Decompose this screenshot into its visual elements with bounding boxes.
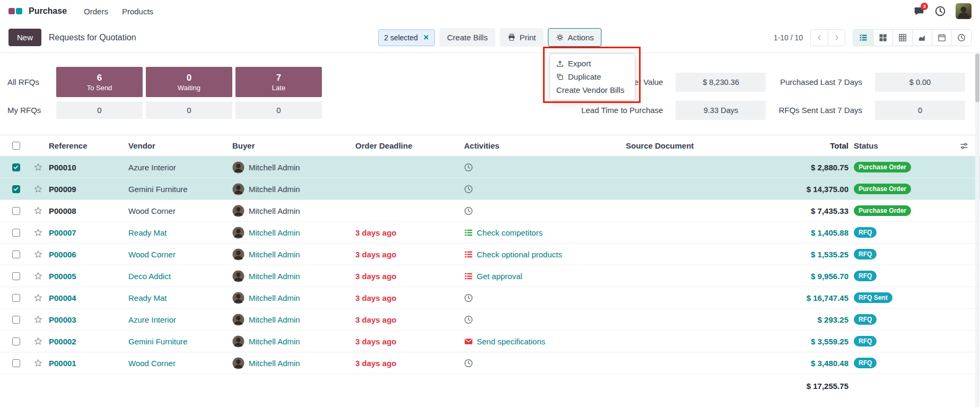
row-select-cell[interactable] [4, 163, 28, 171]
row-checkbox[interactable] [12, 337, 20, 345]
rfq-counter-waiting[interactable]: 0Waiting [146, 67, 232, 97]
row-checkbox[interactable] [12, 207, 20, 215]
scrollbar-track[interactable] [975, 54, 979, 407]
activity-cell[interactable] [464, 185, 626, 194]
view-calendar-button[interactable] [932, 30, 951, 46]
activity-clock-icon[interactable] [934, 5, 946, 17]
table-row[interactable]: P00008Wood CornerMitchell Admin$ 7,435.3… [0, 200, 980, 222]
table-row[interactable]: P00004Ready MatMitchell Admin3 days ago$… [0, 287, 980, 309]
row-checkbox[interactable] [12, 163, 20, 171]
vendor-cell[interactable]: Ready Mat [128, 293, 232, 302]
row-select-cell[interactable] [4, 250, 28, 258]
row-favorite[interactable] [28, 336, 49, 346]
activity-cell[interactable] [464, 315, 626, 324]
select-all-checkbox[interactable] [12, 142, 20, 150]
activity-cell[interactable]: Check competitors [464, 228, 626, 237]
buyer-cell[interactable]: Mitchell Admin [232, 357, 355, 369]
reference-cell[interactable]: P00002 [49, 337, 128, 346]
view-kanban-button[interactable] [873, 30, 892, 46]
pager-next-button[interactable] [828, 30, 845, 46]
buyer-cell[interactable]: Mitchell Admin [232, 292, 355, 304]
buyer-cell[interactable]: Mitchell Admin [232, 205, 355, 217]
table-row[interactable]: P00007Ready MatMitchell Admin3 days agoC… [0, 222, 980, 244]
reference-cell[interactable]: P00006 [49, 250, 128, 259]
activity-cell[interactable] [464, 359, 626, 368]
row-select-cell[interactable] [4, 207, 28, 215]
view-list-button[interactable] [853, 30, 873, 46]
header-source-document[interactable]: Source Document [626, 141, 798, 150]
vendor-cell[interactable]: Gemini Furniture [128, 185, 232, 194]
buyer-cell[interactable]: Mitchell Admin [232, 270, 355, 282]
reference-cell[interactable]: P00008 [49, 206, 128, 215]
row-checkbox[interactable] [12, 316, 20, 324]
header-status[interactable]: Status [848, 141, 952, 150]
row-checkbox[interactable] [12, 250, 20, 258]
menu-item-export[interactable]: Export [550, 57, 635, 70]
my-rfq-counter-0[interactable]: 0 [56, 101, 143, 119]
header-order-deadline[interactable]: Order Deadline [355, 141, 464, 150]
row-favorite[interactable] [28, 184, 49, 194]
activity-cell[interactable] [464, 206, 626, 215]
rfq-counter-to-send[interactable]: 6To Send [56, 67, 143, 97]
row-select-cell[interactable] [4, 185, 28, 193]
activity-cell[interactable] [464, 293, 626, 302]
vendor-cell[interactable]: Wood Corner [128, 359, 232, 368]
menu-orders[interactable]: Orders [84, 7, 108, 16]
header-activities[interactable]: Activities [464, 141, 626, 150]
row-checkbox[interactable] [12, 272, 20, 280]
header-total[interactable]: Total [798, 141, 848, 150]
print-button[interactable]: Print [500, 28, 544, 47]
buyer-cell[interactable]: Mitchell Admin [232, 335, 355, 348]
buyer-cell[interactable]: Mitchell Admin [232, 248, 355, 261]
rfq-counter-late[interactable]: 7Late [235, 67, 322, 97]
row-select-cell[interactable] [4, 337, 28, 345]
optional-columns-icon[interactable] [952, 142, 976, 150]
my-rfq-counter-2[interactable]: 0 [235, 101, 322, 119]
table-row[interactable]: P00010Azure InteriorMitchell Admin$ 2,88… [0, 157, 980, 178]
header-reference[interactable]: Reference [49, 141, 128, 150]
menu-item-create-vendor-bills[interactable]: Create Vendor Bills [550, 83, 635, 97]
activity-cell[interactable] [464, 163, 626, 172]
vendor-cell[interactable]: Deco Addict [128, 272, 232, 281]
my-rfq-counter-1[interactable]: 0 [146, 101, 232, 119]
table-row[interactable]: P00002Gemini FurnitureMitchell Admin3 da… [0, 331, 980, 352]
row-favorite[interactable] [28, 249, 49, 259]
row-favorite[interactable] [28, 315, 49, 324]
vendor-cell[interactable]: Azure Interior [128, 163, 232, 172]
buyer-cell[interactable]: Mitchell Admin [232, 227, 355, 239]
scrollbar-thumb[interactable] [975, 54, 979, 102]
reference-cell[interactable]: P00009 [49, 185, 128, 194]
row-select-cell[interactable] [4, 272, 28, 280]
app-name[interactable]: Purchase [29, 6, 67, 16]
view-graph-button[interactable] [912, 30, 932, 46]
view-pivot-button[interactable] [892, 30, 912, 46]
pager-previous-button[interactable] [811, 30, 828, 46]
reference-cell[interactable]: P00001 [49, 359, 128, 368]
activity-cell[interactable]: Check optional products [464, 250, 626, 259]
row-checkbox[interactable] [12, 359, 20, 367]
odoo-logo-icon[interactable] [8, 8, 22, 14]
row-favorite[interactable] [28, 293, 49, 302]
reference-cell[interactable]: P00005 [49, 272, 128, 281]
table-row[interactable]: P00009Gemini FurnitureMitchell Admin$ 14… [0, 178, 980, 200]
vendor-cell[interactable]: Wood Corner [128, 250, 232, 259]
new-button[interactable]: New [8, 29, 41, 46]
vendor-cell[interactable]: Azure Interior [128, 315, 232, 324]
table-row[interactable]: P00005Deco AddictMitchell Admin3 days ag… [0, 265, 980, 287]
create-bills-button[interactable]: Create Bills [439, 28, 496, 47]
table-row[interactable]: P00006Wood CornerMitchell Admin3 days ag… [0, 244, 980, 265]
header-buyer[interactable]: Buyer [232, 141, 355, 150]
activity-cell[interactable]: Send specifications [464, 337, 626, 346]
reference-cell[interactable]: P00010 [49, 163, 128, 172]
vendor-cell[interactable]: Wood Corner [128, 206, 232, 215]
activity-cell[interactable]: Get approval [464, 272, 626, 281]
row-checkbox[interactable] [12, 229, 20, 237]
vendor-cell[interactable]: Ready Mat [128, 228, 232, 237]
table-row[interactable]: P00003Azure InteriorMitchell Admin3 days… [0, 309, 980, 331]
row-select-cell[interactable] [4, 359, 28, 367]
messages-icon[interactable]: 3 [913, 5, 925, 17]
row-checkbox[interactable] [12, 294, 20, 302]
row-favorite[interactable] [28, 358, 49, 368]
row-favorite[interactable] [28, 206, 49, 215]
menu-item-duplicate[interactable]: Duplicate [550, 70, 635, 83]
